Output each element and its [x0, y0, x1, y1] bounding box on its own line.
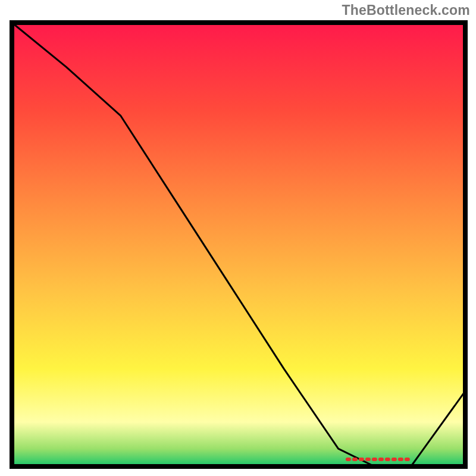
- bottleneck-chart: [10, 20, 468, 469]
- chart-background: [12, 23, 465, 466]
- chart-svg: [10, 20, 468, 469]
- watermark-text: TheBottleneck.com: [342, 2, 470, 18]
